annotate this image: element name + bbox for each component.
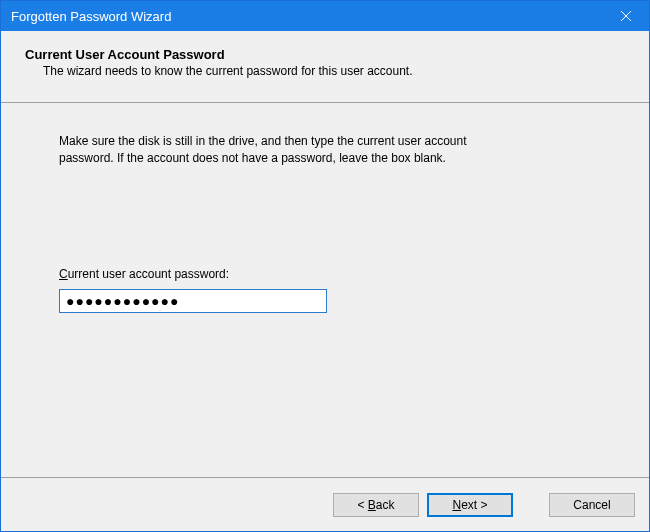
instruction-text: Make sure the disk is still in the drive… bbox=[59, 133, 519, 167]
password-label: Current user account password: bbox=[59, 267, 601, 281]
header-subtitle: The wizard needs to know the current pas… bbox=[43, 64, 629, 78]
password-input[interactable] bbox=[59, 289, 327, 313]
cancel-button[interactable]: Cancel bbox=[549, 493, 635, 517]
back-button-accel: B bbox=[368, 498, 376, 512]
wizard-header: Current User Account Password The wizard… bbox=[1, 31, 649, 103]
wizard-footer: < Back Next > Cancel bbox=[1, 477, 649, 531]
window-title: Forgotten Password Wizard bbox=[11, 9, 171, 24]
wizard-content: Make sure the disk is still in the drive… bbox=[1, 103, 649, 477]
next-button-accel: N bbox=[452, 498, 461, 512]
header-title: Current User Account Password bbox=[25, 47, 629, 62]
close-icon bbox=[620, 10, 632, 22]
back-button-pre: < bbox=[357, 498, 367, 512]
wizard-window: Forgotten Password Wizard Current User A… bbox=[0, 0, 650, 532]
password-label-text: urrent user account password: bbox=[68, 267, 229, 281]
password-field-block: Current user account password: bbox=[59, 267, 601, 313]
back-button[interactable]: < Back bbox=[333, 493, 419, 517]
next-button-rest: ext > bbox=[461, 498, 487, 512]
close-button[interactable] bbox=[603, 1, 649, 31]
password-label-accel: C bbox=[59, 267, 68, 281]
back-button-rest: ack bbox=[376, 498, 395, 512]
next-button[interactable]: Next > bbox=[427, 493, 513, 517]
titlebar: Forgotten Password Wizard bbox=[1, 1, 649, 31]
